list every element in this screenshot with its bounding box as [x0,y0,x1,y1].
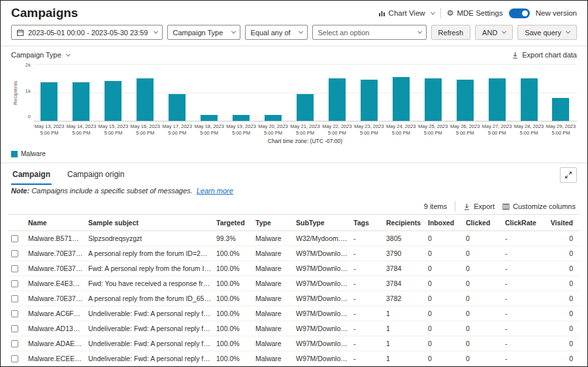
x-axis-label: May 15, 20235:00 PM [97,121,129,136]
row-checkbox[interactable] [11,250,18,257]
chart-view-dropdown[interactable]: Chart View [378,9,434,17]
cell-subtype: W97M/Downloader... [293,306,351,321]
date-range-picker[interactable]: 2023-05-01 00:00 - 2023-05-30 23:59 [11,25,163,40]
x-axis-label: May 14, 20235:00 PM [65,121,97,136]
chart-bar[interactable] [201,115,218,121]
customize-columns-button[interactable]: Customize columns [502,202,576,210]
row-checkbox[interactable] [11,280,18,287]
cell-visited: 0 [544,246,580,261]
x-axis-label: May 27, 20235:00 PM [481,121,513,136]
save-query-dropdown[interactable]: Save query [517,25,577,40]
cell-targeted: 100.0% [214,276,253,291]
chart-bar[interactable] [233,115,250,121]
cell-visited: 0 [544,261,580,276]
chart-bar[interactable] [489,78,506,121]
table-row[interactable]: Malware.ADAED514Undeliverable: Fwd: A pe… [8,336,580,351]
table-row[interactable]: Malware.AC6FF917Undeliverable: Fwd: A pe… [8,306,580,321]
column-header-name[interactable]: Name [25,215,86,231]
expand-button[interactable] [560,167,577,183]
filter-value-combobox[interactable]: Select an option [312,25,426,40]
row-checkbox[interactable] [11,340,18,347]
cell-name[interactable]: Malware.B571D3D7 [25,231,86,246]
chart-bar[interactable] [457,80,474,121]
chart-bar[interactable] [297,94,314,121]
mde-settings-button[interactable]: ⚙ MDE Settings [447,9,503,17]
cell-inboxed: 0 [425,276,463,291]
cell-name[interactable]: Malware.70E375EF [25,291,86,306]
export-button[interactable]: Export [463,202,495,210]
chart-bar[interactable] [425,78,442,121]
cell-tags: - [351,231,384,246]
table-row[interactable]: Malware.AD13F809Undeliverable: Fwd: A pe… [8,321,580,336]
row-checkbox[interactable] [11,235,18,242]
cell-inboxed: 0 [425,321,463,336]
column-header-inboxed[interactable]: Inboxed [425,215,463,231]
row-checkbox[interactable] [11,310,18,317]
row-checkbox[interactable] [11,295,18,302]
cell-name[interactable]: Malware.ADAED514 [25,336,86,351]
and-dropdown[interactable]: AND [475,25,513,40]
group-by-dropdown[interactable]: Campaign Type [11,51,70,59]
cell-name[interactable]: Malware.70E375EF [25,246,86,261]
chevron-down-icon [66,52,71,56]
learn-more-link[interactable]: Learn more [197,187,233,195]
table-row[interactable]: Malware.70E375EFA personal reply from th… [8,291,580,306]
cell-name[interactable]: Malware.E4E375EF [25,276,86,291]
table-body: Malware.B571D3D7Slpzsodreqsyzgzt99.3%Mal… [8,231,580,366]
column-header-sample-subject[interactable]: Sample subject [86,215,214,231]
chart-bar[interactable] [265,115,282,121]
chart-legend: Malware [11,144,577,163]
column-header-subtype[interactable]: SubType [293,215,351,231]
column-header-type[interactable]: Type [253,215,293,231]
header-divider [440,8,441,18]
chart-bar[interactable] [393,77,410,121]
y-axis-tick: 2k [25,62,31,68]
chart-bar[interactable] [329,78,346,121]
column-header-tags[interactable]: Tags [351,215,384,231]
filter-field-dropdown[interactable]: Campaign Type [167,25,240,40]
cell-name[interactable]: Malware.AC6FF917 [25,306,86,321]
column-header-visited[interactable]: Visited [544,215,580,231]
row-checkbox[interactable] [11,265,18,272]
chart-bar[interactable] [73,82,90,121]
legend-item[interactable]: Malware [11,150,46,157]
cell-name[interactable]: Malware.AD13F809 [25,321,86,336]
cell-tags: - [351,336,384,351]
chart-bar[interactable] [552,98,569,121]
table-row[interactable]: Malware.E4E375EFFwd: You have received a… [8,276,580,291]
cell-name[interactable]: Malware.70E375AF [25,261,86,276]
column-header-targeted[interactable]: Targeted [214,215,253,231]
new-version-toggle[interactable] [509,8,530,18]
chart-bar[interactable] [105,81,122,121]
tab-campaign-origin[interactable]: Campaign origin [66,165,125,185]
row-checkbox[interactable] [11,325,18,332]
cell-inboxed: 0 [425,336,463,351]
chevron-down-icon [431,10,435,14]
chevron-down-icon [566,29,570,34]
column-header-recipients[interactable]: Recipients [384,215,425,231]
table-row[interactable]: Malware.B571D3D7Slpzsodreqsyzgzt99.3%Mal… [8,231,580,246]
table-row[interactable]: Malware.70E375AFFwd: A personal reply fr… [8,261,580,276]
table-row[interactable]: Malware.70E375EFA personal reply from th… [8,246,580,261]
cell-inboxed: 0 [425,306,463,321]
refresh-button[interactable]: Refresh [431,25,471,40]
cell-name[interactable]: Malware.ECEEFD03 [25,351,86,366]
cell-sample-subject: Fwd: A personal reply from the forum ID_… [86,261,214,276]
chart-bar[interactable] [137,78,154,121]
chart-bar[interactable] [169,94,186,121]
column-header-clickrate[interactable]: ClickRate [502,215,544,231]
tab-campaign[interactable]: Campaign [11,165,52,185]
bar-column [129,64,161,121]
chart-bar[interactable] [521,78,538,121]
plot-area [33,64,577,121]
column-header-clicked[interactable]: Clicked [463,215,502,231]
row-checkbox[interactable] [11,355,18,362]
table-row[interactable]: Malware.ECEEFD03Undeliverable: Fwd: A pe… [8,351,580,366]
chart-bar[interactable] [41,82,57,121]
cell-type: Malware [253,336,293,351]
filter-operator-dropdown[interactable]: Equal any of [245,25,308,40]
export-chart-button[interactable]: Export chart data [512,51,577,59]
bar-column [225,64,257,121]
bar-column [449,64,481,121]
chart-bar[interactable] [361,80,378,121]
